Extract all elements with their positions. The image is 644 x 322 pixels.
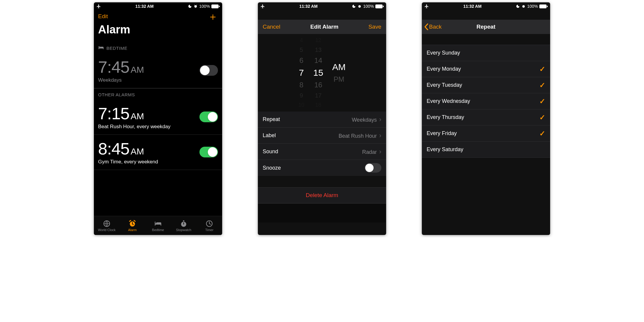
svg-rect-9 [375, 4, 383, 8]
day-row[interactable]: Every Saturday✓ [422, 142, 550, 158]
bedtime-sub: Weekdays [98, 77, 199, 83]
day-row[interactable]: Every Monday✓ [422, 61, 550, 77]
airplane-icon [260, 4, 265, 9]
alarm-0-toggle[interactable] [199, 112, 218, 122]
chevron-right-icon: › [379, 116, 381, 123]
alarm-status-icon [357, 4, 362, 8]
svg-point-11 [522, 5, 525, 8]
svg-rect-13 [547, 6, 548, 7]
hour-wheel[interactable]: 456 7 8910 [298, 37, 304, 108]
screen-edit-alarm: 11:32 AM 100% Cancel Edit Alarm Save 456… [258, 2, 386, 235]
chevron-right-icon: › [379, 132, 381, 139]
delete-alarm-button[interactable]: Delete Alarm [258, 187, 386, 203]
page-title: Alarm [94, 22, 222, 42]
tab-timer[interactable]: Timer [196, 216, 222, 235]
add-alarm-button[interactable]: ＋ [208, 12, 218, 21]
alarm-1-toggle[interactable] [199, 147, 218, 157]
day-row[interactable]: Every Wednesday✓ [422, 93, 550, 109]
svg-point-0 [194, 5, 197, 8]
battery-pct: 100% [527, 4, 538, 9]
check-icon: ✓ [539, 113, 545, 122]
check-icon: ✓ [539, 97, 545, 106]
alarm-row-0[interactable]: 7:15 AM Beat Rush Hour, every weekday [94, 100, 222, 135]
alarm-status-icon [521, 4, 526, 8]
svg-rect-1 [211, 4, 219, 8]
nav-bar: Back Repeat [422, 20, 550, 34]
section-bedtime-label: BEDTIME [94, 42, 222, 53]
bed-icon [98, 46, 104, 51]
chevron-right-icon: › [379, 148, 381, 155]
tab-bar: World Clock Alarm Bedtime Stopwatch Time… [94, 216, 222, 235]
airplane-icon [424, 4, 429, 9]
minute-wheel[interactable]: 121314 15 161718 [313, 37, 323, 108]
section-other-label: OTHER ALARMS [94, 88, 222, 100]
battery-pct: 100% [199, 4, 210, 9]
nav-title: Repeat [476, 24, 495, 30]
check-icon: ✓ [539, 65, 545, 73]
check-icon: ✓ [539, 129, 545, 138]
bedtime-alarm-row[interactable]: 7:45 AM Weekdays [94, 53, 222, 88]
status-bar: 11:32 AM 100% [422, 2, 550, 10]
check-icon: ✓ [539, 81, 545, 89]
status-time: 11:32 AM [135, 4, 154, 9]
cancel-button[interactable]: Cancel [263, 24, 280, 30]
status-time: 11:32 AM [463, 4, 482, 9]
svg-rect-10 [383, 6, 384, 7]
airplane-icon [96, 4, 101, 9]
dnd-icon [188, 4, 192, 8]
day-row[interactable]: Every Friday✓ [422, 126, 550, 142]
battery-pct: 100% [363, 4, 374, 9]
battery-icon [539, 4, 548, 8]
tab-alarm[interactable]: Alarm [120, 216, 145, 235]
bedtime-time: 7:45 [98, 57, 129, 77]
tab-worldclock[interactable]: World Clock [94, 216, 120, 235]
svg-rect-12 [539, 4, 547, 8]
repeat-row[interactable]: Repeat Weekdays› [258, 112, 386, 128]
snooze-row: Snooze [258, 160, 386, 176]
nav-title: Edit Alarm [310, 24, 338, 30]
bedtime-ampm: AM [131, 65, 144, 75]
dnd-icon [516, 4, 520, 8]
tab-bedtime[interactable]: Bedtime [145, 216, 171, 235]
ampm-wheel[interactable]: AM PM [332, 62, 346, 83]
battery-icon [211, 4, 220, 8]
time-picker[interactable]: 456 7 8910 121314 15 161718 AM PM [258, 34, 386, 112]
svg-rect-6 [183, 220, 184, 221]
status-time: 11:32 AM [299, 4, 318, 9]
screen-alarm-list: 11:32 AM 100% Edit ＋ Alarm BEDTIME 7:45 … [94, 2, 222, 235]
save-button[interactable]: Save [369, 24, 381, 30]
day-row[interactable]: Every Thursday✓ [422, 109, 550, 126]
days-list: Every Sunday✓ Every Monday✓ Every Tuesda… [422, 45, 550, 158]
day-row[interactable]: Every Sunday✓ [422, 45, 550, 61]
sound-row[interactable]: Sound Radar› [258, 144, 386, 160]
status-bar: 11:32 AM 100% [258, 2, 386, 10]
nav-bar: Cancel Edit Alarm Save [258, 20, 386, 34]
bedtime-toggle[interactable] [199, 65, 218, 76]
back-button[interactable]: Back [424, 20, 442, 34]
tab-bar [258, 203, 386, 222]
alarm-row-1[interactable]: 8:45 AM Gym Time, every weekend [94, 135, 222, 170]
screen-repeat: 11:32 AM 100% Back Repeat Every Sunday✓ … [422, 2, 550, 235]
label-row[interactable]: Label Beat Rush Hour› [258, 128, 386, 144]
flow-arrows [0, 0, 89, 45]
tab-stopwatch[interactable]: Stopwatch [171, 216, 196, 235]
status-bar: 11:32 AM 100% [94, 2, 222, 10]
svg-rect-2 [219, 6, 220, 7]
battery-icon [375, 4, 384, 8]
day-row[interactable]: Every Tuesday✓ [422, 77, 550, 93]
svg-point-8 [358, 5, 361, 8]
edit-button[interactable]: Edit [98, 13, 108, 20]
dnd-icon [352, 4, 356, 8]
alarm-status-icon [193, 4, 198, 8]
snooze-toggle[interactable] [365, 163, 381, 173]
